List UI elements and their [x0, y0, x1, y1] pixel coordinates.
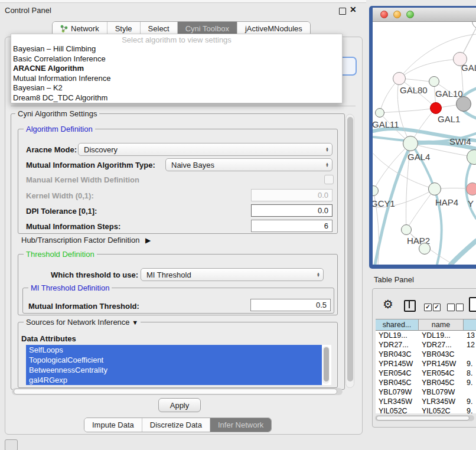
cell-shared-name: YBR043C [379, 350, 412, 358]
aracne-mode-select[interactable]: Discovery ▲▼ [78, 143, 332, 156]
close-window-icon[interactable] [380, 11, 388, 18]
attribute-item[interactable]: TopologicalCoefficient [26, 355, 322, 365]
manual-kernel-checkbox[interactable] [324, 175, 334, 184]
hub-section-toggle[interactable]: Hub/Transcription Factor Definition ▶ [21, 236, 151, 244]
which-threshold-label: Which threshold to use: [51, 270, 138, 279]
network-window-titlebar[interactable] [373, 8, 476, 22]
zoom-window-icon[interactable] [406, 11, 414, 18]
settings-hscrollbar-thumb[interactable] [14, 389, 337, 394]
settings-scrollbar[interactable] [345, 114, 354, 388]
mi-steps-field[interactable]: 6 [251, 220, 332, 232]
table-row[interactable]: YPR145WYPR145W9. [376, 359, 476, 369]
attribute-item[interactable]: SelfLoops [26, 345, 322, 355]
cell-shared-name: YER054C [379, 369, 412, 377]
expanded-arrow-icon: ▼ [132, 319, 138, 326]
table-row[interactable]: YDL19...YDL19...13 [376, 331, 476, 340]
cell-value: 9. [467, 360, 472, 368]
node-swi4-label: SWI4 [449, 136, 471, 146]
node-pink[interactable] [466, 182, 476, 195]
cell-shared-name: YBR045C [379, 379, 412, 387]
dropdown-item[interactable]: ARACNE Algorithm [11, 64, 342, 74]
attributes-scrollbar-thumb[interactable] [324, 347, 329, 381]
node-hap2[interactable] [401, 224, 412, 235]
node-gal80[interactable] [393, 72, 406, 85]
deselect-all-box-icon[interactable] [447, 304, 455, 311]
collapsed-arrow-icon: ▶ [145, 236, 151, 244]
algorithm-definition-title: Algorithm Definition [24, 125, 95, 133]
mi-threshold-group-title: MI Threshold Definition [28, 283, 112, 292]
dropdown-item[interactable]: Bayesian – Hill Climbing [11, 44, 342, 54]
node-hap2b[interactable] [419, 243, 431, 255]
cell-value: 13 [467, 331, 475, 340]
dropdown-item[interactable]: Dream8 DC_TDC Algorithm [11, 93, 342, 103]
node-gray[interactable] [456, 96, 471, 112]
table-body: YDL19...YDL19...13YDR27...YDR27...12YBR0… [376, 331, 476, 413]
node-hap4[interactable] [428, 182, 441, 195]
table-row[interactable]: YBR045CYBR045C9. [376, 378, 476, 387]
cell-name: YIL052C [422, 407, 451, 413]
apply-button[interactable]: Apply [158, 398, 201, 412]
attribute-item[interactable]: BetweennessCentrality [26, 365, 322, 375]
cell-name: YLR345W [422, 397, 455, 406]
table-row[interactable]: YIL052CYIL052C9. [376, 406, 476, 413]
dropdown-item[interactable]: Bayesian – K2 [11, 83, 342, 93]
settings-scrollbar-thumb[interactable] [347, 117, 353, 381]
cell-name: YBR045C [422, 379, 455, 387]
float-panel-icon[interactable] [339, 8, 346, 15]
tab-label: Select [148, 24, 169, 33]
attributes-scrollbar[interactable] [322, 346, 330, 384]
table-row[interactable]: YDR27...YDR27...12 [376, 340, 476, 350]
which-threshold-select[interactable]: MI Threshold ▲▼ [141, 268, 324, 281]
cell-shared-name: YBL079W [379, 388, 412, 396]
mi-type-label: Mutual Information Algorithm Type: [26, 161, 155, 169]
mi-type-select[interactable]: Naive Bayes ▲▼ [165, 158, 332, 171]
stepper-icon: ▲▼ [317, 272, 320, 278]
cell-shared-name: YLR345W [379, 397, 412, 406]
tab-label: Impute Data [92, 420, 134, 429]
select-all-check-icon[interactable]: ✓ [433, 304, 441, 311]
dropdown-item[interactable]: Mutual Information Inference [11, 74, 342, 84]
node-gal4[interactable] [403, 136, 418, 151]
node-gal-top-label: GAL [461, 63, 476, 73]
table-row[interactable]: YBR043CYBR043C [376, 350, 476, 359]
columns-icon[interactable] [404, 300, 416, 312]
table-row[interactable]: YBL079WYBL079W [376, 387, 476, 397]
minimize-window-icon[interactable] [393, 11, 401, 18]
node-gal11[interactable] [375, 108, 384, 118]
settings-hscrollbar[interactable] [12, 388, 343, 395]
column-header-2[interactable] [464, 319, 476, 331]
mi-type-value: Naive Bayes [171, 161, 214, 169]
cell-value: 9. [467, 379, 472, 387]
select-all-check-icon[interactable]: ✓ [424, 304, 432, 311]
gear-icon[interactable]: ⚙ [383, 297, 393, 311]
export-table-icon[interactable] [469, 297, 476, 312]
kernel-width-field[interactable]: 0.0 [251, 189, 332, 201]
table-row[interactable]: YLR345WYLR345W9. [376, 397, 476, 406]
tab-label: Discretize Data [150, 420, 202, 429]
deselect-all-box-icon[interactable] [456, 304, 464, 311]
bottom-tabbar: Impute DataDiscretize DataInfer Network [84, 418, 272, 432]
dropdown-item[interactable]: Basic Correlation Inference [11, 54, 342, 64]
column-header-0[interactable]: shared... [376, 319, 419, 331]
sources-group-toggle[interactable]: Sources for Network Inference ▼ [24, 318, 141, 327]
node-gal10[interactable] [429, 76, 439, 87]
tab-infer-network[interactable]: Infer Network [210, 418, 271, 432]
network-canvas[interactable]: GALGAL80GAL10GAL1GAL11GAL4SWI4GCY1HAP4YH… [373, 22, 476, 265]
kernel-width-label: Kernel Width (0,1): [26, 191, 94, 200]
mi-threshold-field[interactable]: 0.5 [250, 299, 331, 311]
tab-impute-data[interactable]: Impute Data [84, 418, 142, 432]
minimized-panel-icon[interactable] [5, 439, 18, 450]
aracne-mode-value: Discovery [84, 145, 118, 154]
table-row[interactable]: YER054CYER054C8. [376, 369, 476, 378]
dpi-tolerance-field[interactable]: 0.0 [251, 204, 332, 217]
threshold-definition-title: Threshold Definition [24, 250, 97, 259]
node-gal1[interactable] [430, 102, 442, 114]
cell-name: YBR043C [422, 350, 455, 358]
cell-shared-name: YIL052C [379, 407, 407, 413]
tab-discretize-data[interactable]: Discretize Data [142, 418, 210, 432]
attribute-item[interactable]: gal4RGexp [26, 375, 322, 385]
table-hscrollbar-thumb[interactable] [376, 416, 470, 420]
close-icon[interactable]: ✕ [350, 5, 357, 14]
column-header-1[interactable]: name [419, 319, 464, 331]
table-hscrollbar[interactable] [375, 415, 474, 421]
